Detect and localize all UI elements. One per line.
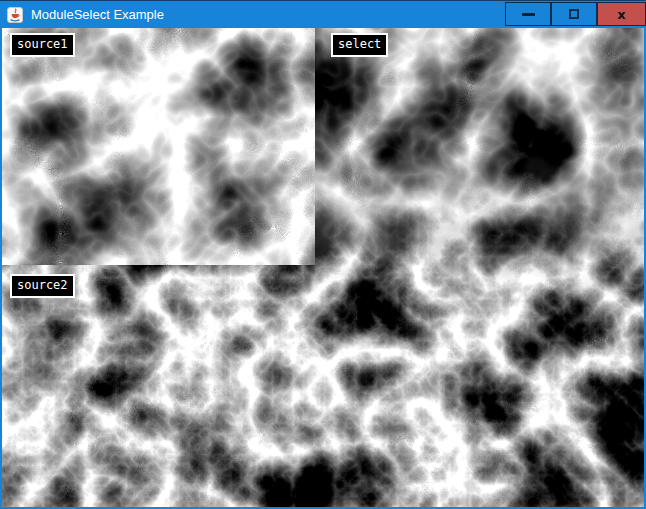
window-controls: x bbox=[505, 2, 646, 26]
window-title: ModuleSelect Example bbox=[31, 1, 505, 28]
java-coffee-cup-icon bbox=[7, 7, 23, 23]
app-window: ModuleSelect Example x bbox=[0, 0, 646, 509]
noise-canvas bbox=[2, 28, 644, 507]
label-source1: source1 bbox=[10, 33, 75, 57]
source1-texture bbox=[2, 28, 315, 265]
label-source2: source2 bbox=[10, 274, 75, 298]
minimize-icon bbox=[522, 13, 535, 16]
titlebar[interactable]: ModuleSelect Example x bbox=[0, 0, 646, 28]
maximize-icon bbox=[569, 9, 579, 19]
source2-texture bbox=[2, 265, 315, 507]
close-button[interactable]: x bbox=[597, 2, 646, 26]
label-select: select bbox=[331, 33, 388, 57]
maximize-button[interactable] bbox=[551, 2, 597, 26]
render-area: source1 select source2 bbox=[0, 28, 646, 509]
close-icon: x bbox=[617, 8, 625, 21]
minimize-button[interactable] bbox=[505, 2, 551, 26]
